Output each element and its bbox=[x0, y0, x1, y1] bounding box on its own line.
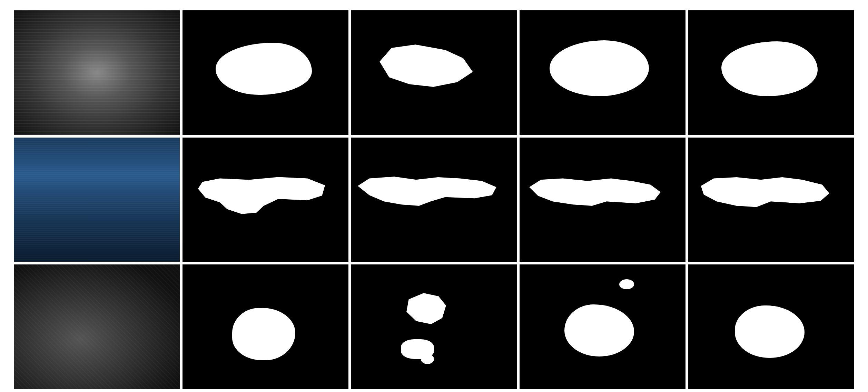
r3-basic bbox=[351, 264, 517, 389]
r3-ground-truth bbox=[183, 264, 348, 389]
r3-basic-ggb bbox=[520, 264, 685, 389]
image-grid bbox=[14, 10, 854, 389]
r3-our-method bbox=[688, 264, 854, 389]
r2-input-image bbox=[14, 138, 180, 262]
r2-basic-ggb bbox=[520, 138, 685, 262]
r1-input-image bbox=[14, 10, 180, 135]
r2-basic bbox=[351, 138, 517, 262]
r2-our-method bbox=[688, 138, 854, 262]
r1-basic-ggb bbox=[520, 10, 685, 135]
r3-input-image bbox=[14, 264, 180, 389]
r2-ground-truth bbox=[183, 138, 348, 262]
r1-our-method bbox=[688, 10, 854, 135]
r1-basic bbox=[351, 10, 517, 135]
r1-ground-truth bbox=[183, 10, 348, 135]
